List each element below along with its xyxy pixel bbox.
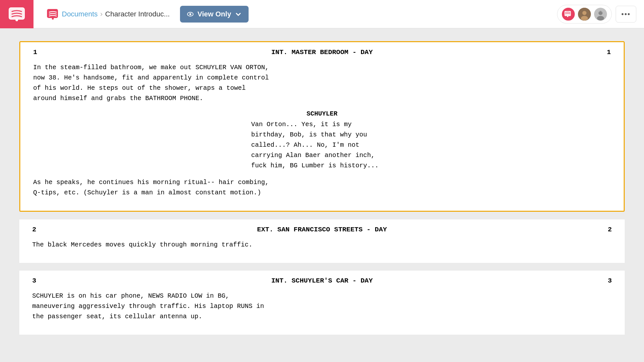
scene-1-action-line-1: In the steam-filled bathroom, we make ou…	[33, 64, 269, 71]
scene-2-heading: EXT. SAN FRANCISCO STREETS - DAY	[257, 226, 387, 233]
eye-icon	[186, 10, 194, 18]
logo-icon	[8, 5, 26, 23]
scene-1-dialogue: Van Orton... Yes, it is my birthday, Bob…	[225, 119, 419, 171]
scene-1-dialogue-3: called...? Ah... No, I'm not	[251, 141, 359, 149]
scene-3-header: 3 INT. SCHUYLER'S CAR - DAY 3	[32, 277, 612, 284]
scene-3-number-left: 3	[32, 277, 36, 284]
view-only-label: View Only	[197, 10, 231, 18]
breadcrumb-current: Character Introduc...	[105, 10, 170, 18]
breadcrumb-separator: ›	[100, 10, 102, 18]
svg-point-10	[582, 11, 587, 15]
scene-1-action-line-2: now 38. He's handsome, fit and apparentl…	[33, 74, 269, 81]
breadcrumb: Documents › Character Introduc...	[62, 10, 170, 18]
scene-1-action: In the steam-filled bathroom, we make ou…	[33, 62, 611, 104]
logo-box	[0, 0, 33, 28]
view-only-button[interactable]: View Only	[180, 6, 249, 23]
scene-1-action2-line-1: As he speaks, he continues his morning r…	[33, 179, 269, 186]
breadcrumb-documents-link[interactable]: Documents	[62, 10, 98, 18]
avatar-2	[577, 7, 592, 21]
scene-3-action-line-3: the passenger seat, its cellular antenna…	[32, 313, 202, 320]
svg-point-14	[597, 16, 604, 21]
scene-1-action2-line-2: Q-tips, etc. (Schuyler is a man in almos…	[33, 189, 261, 196]
main-content: 1 INT. MASTER BEDROOM - DAY 1 In the ste…	[0, 28, 644, 362]
scene-block-1: 1 INT. MASTER BEDROOM - DAY 1 In the ste…	[19, 41, 625, 212]
scene-2-number-left: 2	[32, 226, 36, 233]
avatar-1	[561, 7, 575, 21]
scene-1-action-line-4: around himself and grabs the BATHROOM PH…	[33, 95, 203, 102]
scene-block-2: 2 EXT. SAN FRANCISCO STREETS - DAY 2 The…	[19, 219, 625, 263]
svg-point-13	[599, 11, 603, 15]
scene-1-dialogue-5: fuck him, BG Lumber is history...	[251, 162, 379, 169]
scene-3-action-line-2: maneuvering aggressively through traffic…	[32, 302, 264, 310]
avatar-group	[557, 5, 612, 23]
scene-1-dialogue-1: Van Orton... Yes, it is my	[251, 121, 352, 128]
scene-1-action2: As he speaks, he continues his morning r…	[33, 177, 611, 198]
scene-1-heading: INT. MASTER BEDROOM - DAY	[271, 49, 373, 56]
header-left: Documents › Character Introduc... View O…	[46, 6, 249, 23]
scene-1-header: 1 INT. MASTER BEDROOM - DAY 1	[33, 49, 611, 56]
scene-3-heading: INT. SCHUYLER'S CAR - DAY	[271, 277, 373, 284]
scene-3-number-right: 3	[608, 277, 612, 284]
scene-block-3: 3 INT. SCHUYLER'S CAR - DAY 3 SCHUYLER i…	[19, 271, 625, 335]
scene-1-character: SCHUYLER	[33, 110, 611, 117]
more-options-button[interactable]: •••	[616, 6, 636, 23]
scene-2-header: 2 EXT. SAN FRANCISCO STREETS - DAY 2	[32, 226, 612, 233]
header-app-icon	[46, 8, 59, 21]
more-dots-label: •••	[621, 10, 630, 18]
scene-2-action: The black Mercedes moves quickly through…	[32, 240, 612, 250]
scene-1-number-left: 1	[33, 49, 37, 56]
avatar-3	[593, 7, 608, 21]
svg-point-11	[581, 16, 588, 21]
svg-point-6	[189, 13, 191, 15]
scene-2-number-right: 2	[608, 226, 612, 233]
scene-2-action-line-1: The black Mercedes moves quickly through…	[32, 241, 252, 248]
scene-1-action-line-3: of his world. He steps out of the shower…	[33, 84, 246, 92]
scene-1-number-right: 1	[607, 49, 611, 56]
chevron-down-icon	[234, 10, 242, 18]
scene-1-dialogue-4: carrying Alan Baer another inch,	[251, 152, 375, 159]
header-right: •••	[557, 5, 636, 23]
scene-3-action: SCHUYLER is on his car phone, NEWS RADIO…	[32, 291, 612, 322]
scene-1-dialogue-2: birthday, Bob, is that why you	[251, 131, 367, 138]
scene-3-action-line-1: SCHUYLER is on his car phone, NEWS RADIO…	[32, 292, 229, 300]
svg-point-8	[567, 16, 568, 17]
header: Documents › Character Introduc... View O…	[0, 0, 644, 28]
